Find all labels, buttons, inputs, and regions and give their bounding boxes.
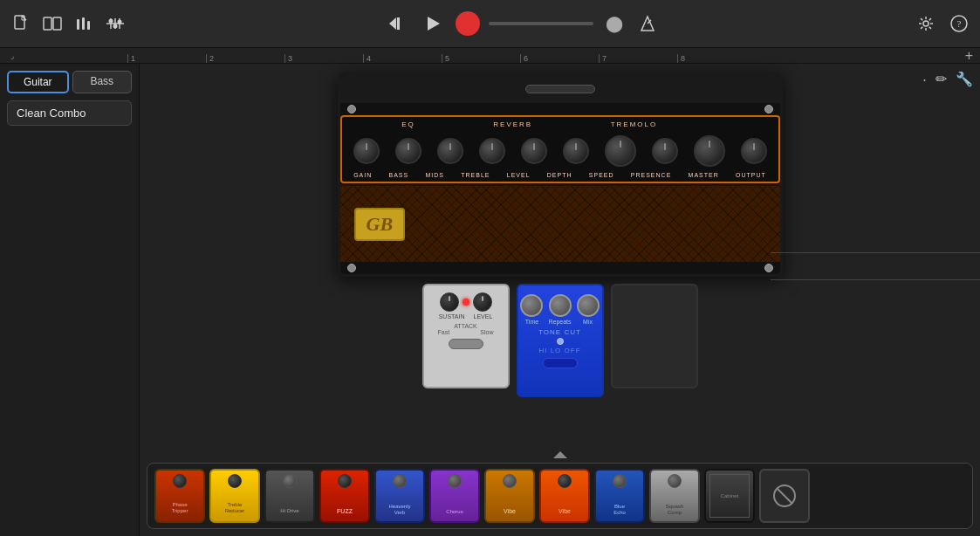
amp-knob-level[interactable] <box>521 138 547 164</box>
picker-label-10: SquashComp <box>666 504 683 516</box>
picker-heavenly-verb[interactable]: HeavenlyVerb <box>374 469 425 523</box>
skip-back-button[interactable] <box>382 10 410 38</box>
amp-knob-speed[interactable] <box>605 135 636 167</box>
amp-logo: GB <box>354 208 406 241</box>
tempo-icon[interactable] <box>635 11 660 36</box>
svg-rect-5 <box>87 21 90 30</box>
picker-label-7: Vibe <box>504 508 516 514</box>
fast-label: Fast <box>438 329 450 335</box>
picker-orange[interactable]: Vibe <box>539 469 590 523</box>
tone-dot-1[interactable] <box>557 338 564 345</box>
amp-knob-mids[interactable] <box>437 138 463 164</box>
tone-buttons <box>557 338 564 345</box>
window-icon[interactable] <box>40 11 65 36</box>
pedal-knob-level[interactable] <box>473 292 492 312</box>
ruler-mark-3: 3 <box>284 54 363 63</box>
label-presence: PRESENCE <box>631 172 672 178</box>
content-area: · ✏ 🔧 <box>140 64 980 536</box>
label-master: MASTER <box>689 172 719 178</box>
pedal-knob-repeats[interactable] <box>549 294 572 317</box>
play-button[interactable] <box>419 10 447 38</box>
pedal-empty-slot[interactable] <box>611 284 698 388</box>
metronome-icon[interactable]: ⬤ <box>602 11 627 36</box>
pedal-compressor[interactable]: SUSTAIN LEVEL ATTACK Fast Slow <box>422 284 510 388</box>
pedal-delay-footswitch[interactable] <box>543 358 578 368</box>
level-label: LEVEL <box>474 313 493 320</box>
settings-icon[interactable] <box>914 11 938 36</box>
ruler-marks: 1 2 3 4 5 6 7 8 <box>68 48 756 63</box>
picker-phase-tripper[interactable]: PhaseTripper <box>154 469 205 523</box>
picker-knob-6 <box>448 474 462 488</box>
picker-label-6: Chorus <box>446 509 463 514</box>
side-dividers <box>771 252 980 280</box>
amp-knob-bass[interactable] <box>395 138 421 164</box>
picker-vibe[interactable]: Vibe <box>484 469 535 523</box>
amp-knob-depth[interactable] <box>563 138 589 164</box>
ruler-mark-1: 1 <box>127 54 206 63</box>
label-bass: BASS <box>389 172 409 178</box>
picker-yellow[interactable]: TrebleReducer <box>209 469 260 523</box>
picker-cabinet[interactable]: Cabinet <box>704 469 755 523</box>
picker-hi-drive[interactable]: Hi Drive <box>264 469 315 523</box>
amp-knob-treble[interactable] <box>479 138 505 164</box>
picker-squash-comp[interactable]: SquashComp <box>649 469 700 523</box>
sidebar: Guitar Bass Clean Combo <box>0 64 140 536</box>
amp-knob-output[interactable] <box>741 138 767 164</box>
sustain-label: SUSTAIN <box>439 313 465 320</box>
amp-knob-master[interactable] <box>694 135 725 167</box>
record-button[interactable] <box>456 11 480 36</box>
amp-wrapper: EQ REVERB TREMOLO <box>338 72 783 397</box>
picker-label-2: TrebleReducer <box>225 502 245 514</box>
picker-blue-echo[interactable]: BlueEcho <box>594 469 645 523</box>
progress-bar[interactable] <box>489 22 593 25</box>
picker-scroll-up[interactable] <box>147 450 973 459</box>
tab-guitar[interactable]: Guitar <box>7 71 69 93</box>
tone-cut-label: TONE CUT <box>538 328 581 336</box>
bolt-tr <box>764 105 773 113</box>
bypass-icon <box>771 483 798 509</box>
amp-knob-gain[interactable] <box>353 138 380 164</box>
eq-label: EQ <box>401 120 415 128</box>
pedal-led <box>463 299 469 306</box>
pedal-knob-sustain[interactable] <box>440 292 459 312</box>
preset-clean-combo[interactable]: Clean Combo <box>7 100 132 126</box>
help-icon[interactable]: ? <box>947 11 971 36</box>
picker-purple[interactable]: Chorus <box>429 469 480 523</box>
picker-knob-9 <box>613 474 627 488</box>
svg-point-18 <box>923 21 929 26</box>
tremolo-label: TREMOLO <box>611 120 658 128</box>
pedal-delay[interactable]: Time Repeats Mix TONE CUT <box>517 284 604 397</box>
divider-2 <box>771 279 980 280</box>
picker-knob-4 <box>338 474 352 488</box>
amp-handle <box>340 75 780 103</box>
mixer-icon[interactable] <box>72 11 96 36</box>
label-mids: MIDS <box>425 172 444 178</box>
tab-bass[interactable]: Bass <box>72 71 133 93</box>
new-file-icon[interactable] <box>9 11 33 36</box>
active-pedals: SUSTAIN LEVEL ATTACK Fast Slow <box>422 284 698 397</box>
svg-line-23 <box>777 488 792 504</box>
amp-knob-labels: GAIN BASS MIDS TREBLE LEVEL DEPTH SPEED … <box>346 172 775 178</box>
picker-label-8: Vibe <box>559 508 571 514</box>
svg-marker-21 <box>553 451 567 458</box>
svg-point-11 <box>113 24 118 29</box>
ruler-add-button[interactable]: + <box>965 48 973 64</box>
instrument-tabs: Guitar Bass <box>7 71 132 93</box>
pedal-knob-time[interactable] <box>520 294 543 317</box>
label-speed: SPEED <box>589 172 614 178</box>
pedal-knob-mix[interactable] <box>577 294 600 317</box>
amp-section-labels: EQ REVERB TREMOLO <box>346 120 775 128</box>
pencil-icon[interactable]: ✏ <box>935 71 947 89</box>
ruler-mark-6: 6 <box>520 54 599 63</box>
picker-label-9: BlueEcho <box>613 504 626 516</box>
picker-bypass[interactable] <box>759 469 810 523</box>
wrench-icon[interactable]: 🔧 <box>956 71 973 89</box>
picker-fuzz[interactable]: FUZZ <box>319 469 370 523</box>
pedal-comp-footswitch[interactable] <box>449 339 483 349</box>
divider-1 <box>771 252 980 253</box>
eq-icon[interactable] <box>103 11 127 36</box>
pedal-delay-knobs: Time Repeats Mix <box>520 294 599 325</box>
pedal-picker-area: PhaseTripper TrebleReducer Hi Drive FUZZ <box>140 445 980 536</box>
amp-knob-presence[interactable] <box>652 138 678 164</box>
picker-label-1: PhaseTripper <box>172 502 188 514</box>
